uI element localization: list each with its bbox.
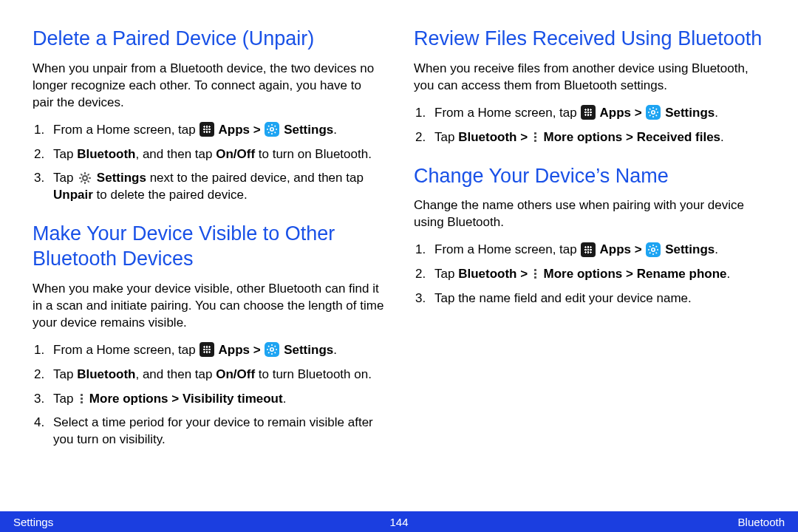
text: From a Home screen, tap [53,123,199,137]
text: . [727,267,731,281]
list-item: Tap More options > Visibility timeout. [33,391,384,408]
svg-line-43 [649,252,650,253]
svg-line-41 [649,246,650,247]
text: , and then tap [135,367,216,381]
svg-line-34 [649,115,650,116]
svg-line-42 [656,252,657,253]
svg-line-15 [88,181,89,183]
text: . [283,392,287,406]
text: Tap [53,392,77,406]
svg-line-23 [268,346,269,347]
heading-unpair: Delete a Paired Device (Unpair) [33,27,384,52]
text-bold: Settings [93,171,146,185]
svg-line-24 [275,352,276,353]
list-item: Select a time period for your device to … [33,415,384,449]
more-options-icon [531,131,540,143]
intro-review-files: When you receive files from another devi… [414,61,765,95]
footer-right: Bluetooth [738,516,785,528]
settings-icon [646,105,661,120]
text-bold: Settings [280,123,333,137]
list-item: Tap Bluetooth, and then tap On/Off to tu… [33,366,384,383]
steps-change-name: From a Home screen, tap Apps > Settings.… [414,242,765,307]
svg-line-8 [275,126,276,126]
heading-visible: Make Your Device Visible to Other Blueto… [33,222,384,272]
text-bold: More options > Received files [540,130,720,144]
text: Tap [53,147,77,161]
svg-line-6 [275,132,276,133]
svg-point-18 [270,348,273,351]
svg-point-9 [83,176,87,180]
list-item: From a Home screen, tap Apps > Settings. [33,342,384,359]
steps-visible: From a Home screen, tap Apps > Settings.… [33,342,384,449]
page-body: Delete a Paired Device (Unpair) When you… [0,0,798,502]
text: . [333,343,337,357]
svg-line-33 [656,115,657,116]
list-item: From a Home screen, tap Apps > Settings. [33,122,384,139]
list-item: Tap Bluetooth, and then tap On/Off to tu… [33,146,384,163]
text: . [715,242,718,256]
footer-left: Settings [13,516,53,528]
text-bold: Settings [661,106,715,120]
steps-review-files: From a Home screen, tap Apps > Settings.… [414,105,765,146]
svg-point-27 [652,111,655,114]
svg-point-0 [270,128,273,131]
svg-line-35 [656,109,657,109]
text: Tap [53,367,77,381]
text-bold: Apps > [215,343,264,357]
apps-icon [200,342,214,357]
svg-line-26 [275,346,276,347]
svg-line-5 [268,126,269,126]
text: to delete the paired device. [93,188,248,202]
footer-page-number: 144 [389,516,408,528]
list-item: Tap Bluetooth > More options > Received … [414,129,765,146]
text-bold: Bluetooth [77,147,135,161]
text-bold: Settings [661,242,715,256]
text: Tap [434,130,458,144]
text: next to the paired device, and then tap [146,171,364,185]
more-options-icon [531,267,540,280]
text: From a Home screen, tap [434,242,580,256]
text: Tap [53,171,77,185]
settings-icon [265,342,279,357]
svg-line-7 [268,132,269,133]
heading-change-name: Change Your Device’s Name [414,164,765,189]
steps-unpair: From a Home screen, tap Apps > Settings.… [33,122,384,205]
list-item: Tap Settings next to the paired device, … [33,170,384,204]
text-bold: On/Off [216,367,255,381]
text: . [720,130,724,144]
svg-line-16 [81,181,82,183]
svg-line-44 [656,246,657,247]
svg-point-36 [652,248,655,250]
text-bold: Apps > [596,242,645,256]
svg-line-25 [268,352,269,353]
text-bold: Bluetooth > [458,130,531,144]
text-bold: Apps > [215,123,264,137]
list-item: Tap the name field and edit your device … [414,290,765,307]
text: , and then tap [135,147,216,161]
text-bold: Settings [280,343,333,357]
apps-icon [200,122,214,137]
right-column: Review Files Received Using Bluetooth Wh… [414,27,765,502]
svg-line-32 [649,109,650,109]
text: From a Home screen, tap [434,106,580,120]
text-bold: Bluetooth [77,367,135,381]
text-bold: More options > Rename phone [540,267,727,281]
svg-line-17 [88,174,89,175]
gear-icon [78,171,92,185]
intro-visible: When you make your device visible, other… [33,281,384,332]
list-item: From a Home screen, tap Apps > Settings. [414,105,765,122]
heading-review-files: Review Files Received Using Bluetooth [414,27,765,52]
text: to turn on Bluetooth. [255,147,372,161]
list-item: From a Home screen, tap Apps > Settings. [414,242,765,259]
text: to turn Bluetooth on. [255,367,372,381]
apps-icon [581,105,596,120]
intro-unpair: When you unpair from a Bluetooth device,… [33,61,384,112]
text: . [333,123,337,137]
text: . [715,106,718,120]
text: From a Home screen, tap [53,343,199,357]
page-footer: Settings 144 Bluetooth [0,511,798,532]
text-bold: Bluetooth > [458,267,531,281]
text-bold: On/Off [216,147,255,161]
text-bold: More options > Visibility timeout [86,392,283,406]
list-item: Tap Bluetooth > More options > Rename ph… [414,266,765,283]
